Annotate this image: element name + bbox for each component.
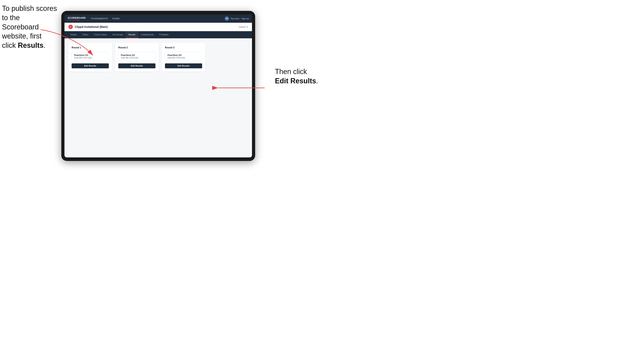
round-3-course-card: Peachtree GC Gold (M) (7010 yds): [165, 52, 202, 61]
round-2-course-card: Peachtree GC Gold (M) (7010 yds): [118, 52, 156, 61]
tab-bar: Details Teams Course Setup Tee Groups Re…: [64, 31, 252, 38]
content-area: Round 1 Peachtree GC Gold (M) (7010 yds)…: [64, 38, 252, 158]
logo-sub: Powered by clippd: [68, 19, 86, 21]
round-2-edit-results-button[interactable]: Edit Results: [118, 63, 156, 68]
round-3-edit-results-button[interactable]: Edit Results: [165, 63, 202, 68]
round-2-course-details: Gold (M) (7010 yds): [121, 57, 153, 59]
tab-tee-groups[interactable]: Tee Groups: [110, 31, 126, 38]
rounds-grid: Round 1 Peachtree GC Gold (M) (7010 yds)…: [68, 43, 248, 71]
user-avatar: TU: [225, 16, 229, 21]
round-3-title: Round 3: [165, 46, 202, 49]
round-3-card: Round 3 Peachtree GC Gold (M) (7010 yds)…: [162, 43, 205, 71]
tab-course-setup[interactable]: Course Setup: [91, 31, 110, 38]
cancel-button[interactable]: Cancel ✕: [239, 26, 248, 28]
tournament-header: C Clippd Invitational (Main) Cancel ✕: [64, 23, 252, 31]
nav-links: TOURNAMENTS TEAMS: [90, 16, 225, 20]
round-1-course-name: Peachtree GC: [74, 54, 106, 56]
nav-teams[interactable]: TEAMS: [112, 16, 120, 20]
right-annotation: Then click Edit Results.: [275, 67, 318, 86]
nav-right: TU Test User | Sign out: [225, 16, 249, 21]
round-3-course-details: Gold (M) (7010 yds): [168, 57, 200, 59]
round-1-course-card: Peachtree GC Gold (M) (7010 yds): [72, 52, 109, 61]
tournament-icon: C: [68, 25, 73, 29]
round-3-course-name: Peachtree GC: [168, 54, 200, 56]
round-1-card: Round 1 Peachtree GC Gold (M) (7010 yds)…: [68, 43, 112, 71]
left-annotation: To publish scores to the Scoreboard webs…: [2, 4, 57, 50]
round-1-title: Round 1: [72, 46, 109, 49]
round-2-card: Round 2 Peachtree GC Gold (M) (7010 yds)…: [115, 43, 159, 71]
nav-user-text: Test User |: [230, 17, 240, 20]
tournament-title-row: C Clippd Invitational (Main): [68, 25, 108, 29]
logo-text: SCOREBOARD: [68, 16, 86, 19]
scoreboard-logo: SCOREBOARD Powered by clippd: [68, 16, 86, 21]
round-1-edit-results-button[interactable]: Edit Results: [72, 63, 109, 68]
round-2-title: Round 2: [118, 46, 156, 49]
tablet-frame: SCOREBOARD Powered by clippd TOURNAMENTS…: [61, 11, 255, 161]
round-2-course-name: Peachtree GC: [121, 54, 153, 56]
tournament-title: Clippd Invitational (Main): [75, 25, 108, 28]
tab-leaderboards[interactable]: Leaderboards: [138, 31, 157, 38]
nav-tournaments[interactable]: TOURNAMENTS: [90, 16, 108, 20]
tab-teams[interactable]: Teams: [80, 31, 91, 38]
tablet-screen: SCOREBOARD Powered by clippd TOURNAMENTS…: [64, 14, 252, 158]
tab-details[interactable]: Details: [68, 31, 80, 38]
sign-out-link[interactable]: Sign out: [242, 17, 249, 20]
round-1-course-details: Gold (M) (7010 yds): [74, 57, 106, 59]
tab-results[interactable]: Results: [126, 31, 138, 38]
tab-printables[interactable]: Printables: [156, 31, 171, 38]
top-nav: SCOREBOARD Powered by clippd TOURNAMENTS…: [64, 14, 252, 23]
